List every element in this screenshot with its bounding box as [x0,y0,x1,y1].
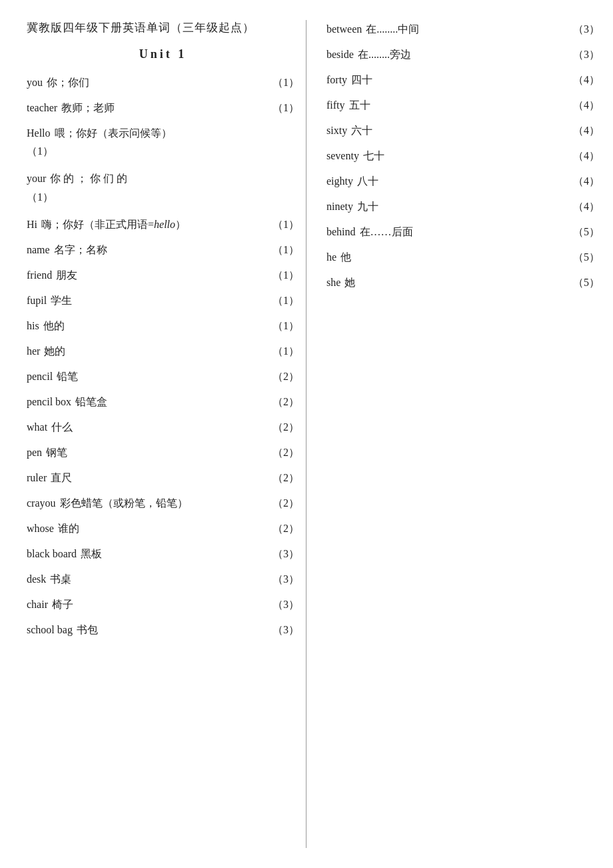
list-item: fifty五十（4） [326,96,600,115]
vocab-lesson: （3） [267,621,299,639]
vocab-meaning: 学生 [51,291,267,309]
list-item: school bag书包（3） [27,621,299,639]
vocab-lesson: （1） [27,188,299,206]
vocab-word: crayou [27,494,56,512]
list-item: eighty八十（4） [326,172,600,191]
vocab-meaning: 她 [344,273,568,291]
vocab-meaning: 他 [340,248,568,266]
vocab-meaning: 喂；你好（表示问候等） [55,124,299,142]
list-item: pencil铅笔（2） [27,367,299,386]
vocab-meaning: 铅笔盒 [75,393,267,411]
vocab-meaning: 你；你们 [47,73,267,91]
vocab-lesson: （1） [267,317,299,335]
list-item: his他的（1） [27,317,299,335]
vocab-meaning: 在........中间 [366,20,568,38]
vocab-lesson: （4） [568,172,600,190]
vocab-meaning: 教师；老师 [61,99,267,117]
left-vocab-list: you你；你们（1）teacher教师；老师（1）Hello喂；你好（表示问候等… [27,73,299,639]
vocab-lesson: （3） [267,545,299,563]
vocab-word: she [326,273,340,291]
vocab-lesson: （1） [267,266,299,284]
vocab-word: he [326,248,336,266]
vocab-word: name [27,241,50,259]
vocab-lesson: （1） [27,142,299,160]
list-item: her她的（1） [27,342,299,361]
vocab-lesson: （1） [267,99,299,117]
right-vocab-list: between在........中间（3）beside在........旁边（3… [326,20,600,292]
vocab-lesson: （3） [568,20,600,38]
list-item: between在........中间（3） [326,20,600,39]
vocab-word: behind [326,223,356,241]
vocab-word: pen [27,443,42,461]
vocab-word: what [27,418,47,436]
vocab-word: friend [27,266,52,284]
vocab-word: Hello [27,124,51,142]
list-item: forty四十（4） [326,71,600,89]
vocab-word: pencil box [27,393,71,411]
list-item: what什么（2） [27,418,299,437]
vocab-word: pencil [27,367,53,385]
vocab-word: Hi [27,215,37,233]
vocab-meaning: 椅子 [52,595,267,613]
vocab-lesson: （3） [267,595,299,613]
vocab-meaning: 直尺 [51,469,267,487]
vocab-meaning: 朋友 [56,266,267,284]
list-item: fupil学生（1） [27,291,299,310]
list-item: seventy七十（4） [326,147,600,165]
vocab-lesson: （4） [568,96,600,114]
vocab-word: your [27,169,46,187]
list-item: she她（5） [326,273,600,292]
vocab-meaning: 八十 [357,172,568,190]
vocab-meaning: 铅笔 [57,367,267,385]
vocab-lesson: （2） [267,418,299,436]
vocab-lesson: （2） [267,469,299,487]
vocab-word: black board [27,545,77,563]
vocab-meaning: 四十 [351,71,568,89]
list-item: sixty六十（4） [326,121,600,140]
list-item: desk书桌（3） [27,570,299,589]
vocab-lesson: （1） [267,215,299,233]
vocab-word: beside [326,45,354,63]
vocab-meaning: 在........旁边 [358,45,568,63]
vocab-lesson: （1） [267,342,299,360]
vocab-meaning: 他的 [43,317,267,335]
vocab-meaning: 钢笔 [46,443,267,461]
vocab-word: desk [27,570,46,588]
vocab-meaning: 黑板 [81,545,267,563]
list-item: beside在........旁边（3） [326,45,600,64]
vocab-lesson: （2） [267,443,299,461]
vocab-lesson: （4） [568,121,600,139]
page-title: 冀教版四年级下册英语单词（三年级起点） [27,20,299,35]
list-item: pencil box铅笔盒（2） [27,393,299,411]
vocab-lesson: （1） [267,241,299,259]
vocab-lesson: （5） [568,273,600,291]
vocab-word: fupil [27,291,47,309]
vocab-meaning: 书桌 [50,570,267,588]
list-item: Hello喂；你好（表示问候等）（1） [27,124,299,163]
list-item: name名字；名称（1） [27,241,299,259]
vocab-meaning: 九十 [357,197,568,215]
vocab-lesson: （4） [568,197,600,215]
vocab-lesson: （1） [267,73,299,91]
vocab-meaning: 她的 [44,342,267,360]
unit-title: Unit 1 [27,47,299,61]
vocab-word: teacher [27,99,57,117]
vocab-word: her [27,342,40,360]
list-item: whose谁的（2） [27,519,299,538]
vocab-lesson: （2） [267,393,299,411]
vocab-word: whose [27,519,54,537]
vocab-word: his [27,317,39,335]
list-item: teacher教师；老师（1） [27,99,299,117]
list-item: you你；你们（1） [27,73,299,92]
list-item: he他（5） [326,248,600,267]
list-item: Hi嗨；你好（非正式用语=hello）（1） [27,215,299,234]
list-item: your你 的 ； 你 们 的（1） [27,169,299,208]
list-item: friend朋友（1） [27,266,299,285]
vocab-meaning: 谁的 [58,519,267,537]
vocab-word: ruler [27,469,47,487]
vocab-word: forty [326,71,347,89]
vocab-lesson: （5） [568,248,600,266]
vocab-meaning: 你 的 ； 你 们 的 [50,169,299,187]
vocab-lesson: （5） [568,223,600,241]
vocab-meaning: 名字；名称 [54,241,267,259]
